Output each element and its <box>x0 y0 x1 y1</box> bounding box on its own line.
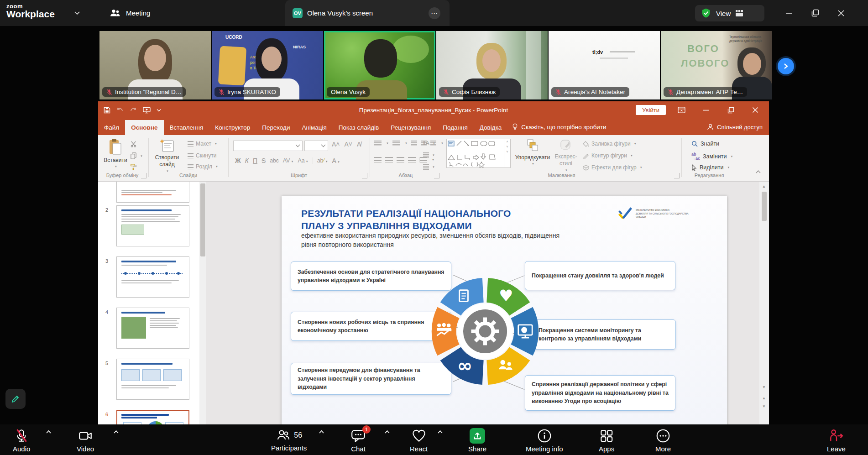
participants-options-caret[interactable] <box>319 430 324 434</box>
audio-button[interactable]: Audio <box>13 428 30 453</box>
tab-slideshow[interactable]: Показ слайдів <box>333 120 385 135</box>
view-control[interactable]: View <box>695 5 764 21</box>
next-participants-button[interactable] <box>778 58 794 74</box>
chat-options-caret[interactable] <box>384 430 390 434</box>
change-case-button[interactable]: Aa▼ <box>298 157 308 164</box>
new-slide-button[interactable]: Створити слайд▼ <box>152 139 182 173</box>
select-button[interactable]: Виділити▼ <box>691 164 730 171</box>
save-icon[interactable] <box>104 107 110 114</box>
font-name-select[interactable] <box>233 141 303 151</box>
next-slide-icon[interactable]: ▼ <box>760 403 768 410</box>
tab-view[interactable]: Подання <box>437 120 474 135</box>
thumbnail-slide-3[interactable] <box>116 256 189 298</box>
annotation-pencil-button[interactable] <box>5 389 26 409</box>
ppt-restore-button[interactable] <box>722 101 740 119</box>
tell-me-box[interactable]: Скажіть, що потрібно зробити <box>507 119 611 135</box>
char-spacing-button[interactable]: AV▼ <box>283 157 294 164</box>
audio-options-caret[interactable] <box>46 430 52 434</box>
video-tile-iryna[interactable]: UCORD NIRAS Агенці регіона в Терноп Iryn… <box>212 31 323 99</box>
tab-home[interactable]: Основне <box>125 120 163 135</box>
format-painter-icon[interactable] <box>130 163 137 170</box>
security-shield-icon[interactable] <box>701 7 711 19</box>
tab-transitions[interactable]: Переходи <box>256 120 296 135</box>
chat-button[interactable]: 1 Chat <box>350 428 366 453</box>
window-minimize-button[interactable] <box>779 0 800 26</box>
leave-button[interactable]: Leave <box>827 428 846 453</box>
thumbnail-slide-2[interactable] <box>116 205 189 246</box>
font-size-select[interactable] <box>304 141 328 151</box>
previous-slide-icon[interactable]: ▲ <box>760 394 768 402</box>
quick-styles-button[interactable]: Експрес-стилі▼ <box>553 139 579 172</box>
tab-file[interactable]: Файл <box>98 120 125 135</box>
replace-button[interactable]: ab→acЗамінити▼ <box>691 152 733 161</box>
video-tile-ai-notetaker[interactable]: tl;dv Агенція's AI Notetaker <box>549 31 660 99</box>
shape-effects-button[interactable]: Ефекти для фігур▼ <box>583 164 643 171</box>
text-direction-icon[interactable]: ‖A▼ <box>423 140 435 146</box>
clear-format-icon[interactable]: A̸ <box>357 141 361 148</box>
bullets-icon[interactable] <box>374 141 382 146</box>
layout-button[interactable]: Макет▼ <box>188 141 217 147</box>
tab-help[interactable]: Довідка <box>474 120 508 135</box>
tab-insert[interactable]: Вставлення <box>164 120 209 135</box>
customize-qat-chevron-icon[interactable] <box>157 109 161 112</box>
smartart-convert-icon[interactable]: ▼ <box>423 164 435 170</box>
tab-shared-screen[interactable]: OV Olena Vusyk's screen ⋯ <box>285 0 450 26</box>
numbering-icon[interactable] <box>392 141 400 146</box>
cut-icon[interactable] <box>130 141 137 147</box>
underline-button[interactable]: П <box>253 157 257 164</box>
thumbnail-slide-6-selected[interactable] <box>116 410 189 424</box>
participants-button[interactable]: 56 Participants <box>271 428 307 452</box>
thumbnail-scrollbar[interactable] <box>199 182 206 424</box>
video-tile-department[interactable]: Тернопільська обласна державна адміністр… <box>661 31 772 99</box>
thumbnail-slide-1[interactable] <box>116 182 189 203</box>
ribbon-display-options-button[interactable] <box>672 101 690 119</box>
shape-outline-button[interactable]: Контур фігури▼ <box>583 152 633 159</box>
align-right-icon[interactable] <box>397 157 404 162</box>
react-options-caret[interactable] <box>437 430 443 434</box>
paste-button[interactable]: Вставити▼ <box>103 139 128 168</box>
paragraph-dialog-launcher-icon[interactable] <box>434 173 439 178</box>
align-left-icon[interactable] <box>374 157 382 162</box>
collapse-ribbon-icon[interactable] <box>755 170 761 174</box>
ppt-close-button[interactable] <box>746 101 764 119</box>
video-tile-institution[interactable]: Institution ”Regional D… <box>99 31 211 99</box>
thumbnail-slide-5[interactable] <box>116 359 189 400</box>
tab-review[interactable]: Рецензування <box>385 120 437 135</box>
workspace-chevron-down-icon[interactable] <box>74 11 80 15</box>
shapes-scroll[interactable]: ˄˅˅ <box>504 139 511 168</box>
thumbnail-slide-4[interactable] <box>116 308 189 349</box>
font-color-button[interactable]: А▼ <box>332 157 340 164</box>
font-dialog-launcher-icon[interactable] <box>362 173 367 178</box>
tab-design[interactable]: Конструктор <box>209 120 256 135</box>
more-button[interactable]: More <box>655 428 671 453</box>
slide-canvas[interactable]: РЕЗУЛЬТАТИ РЕАЛІЗАЦІЇ НАЦІОНАЛЬНОГО ПЛАН… <box>282 196 727 424</box>
scroll-up-icon[interactable]: ▲ <box>760 183 768 190</box>
tab-more-options-icon[interactable]: ⋯ <box>429 7 440 19</box>
bold-button[interactable]: Ж <box>235 157 241 164</box>
redo-icon[interactable] <box>130 107 137 113</box>
scroll-down-icon[interactable]: ▼ <box>760 383 768 391</box>
shape-fill-button[interactable]: Заливка фігури▼ <box>583 141 637 147</box>
video-tile-olena-active[interactable]: Olena Vusyk <box>324 31 435 99</box>
sign-in-button[interactable]: Увійти <box>636 105 666 115</box>
grow-shrink-font[interactable]: A˄A˅A̸ <box>332 141 361 148</box>
start-slideshow-icon[interactable] <box>143 107 151 114</box>
undo-icon[interactable] <box>116 107 124 113</box>
meeting-info-button[interactable]: Meeting info <box>526 428 563 453</box>
section-button[interactable]: Розділ▼ <box>188 163 218 170</box>
tab-animations[interactable]: Анімація <box>296 120 333 135</box>
video-button[interactable]: Video <box>77 428 94 453</box>
copy-icon[interactable]: ▼ <box>130 152 143 159</box>
video-tile-sofiia[interactable]: Софія Близнюк <box>436 31 548 99</box>
highlight-button[interactable]: ab⁄▼ <box>313 157 328 164</box>
window-restore-button[interactable] <box>805 0 826 26</box>
ppt-minimize-button[interactable] <box>697 101 715 119</box>
align-text-icon[interactable]: ▼ <box>423 152 435 158</box>
window-close-button[interactable] <box>831 0 852 26</box>
decrease-indent-icon[interactable] <box>411 141 417 146</box>
slide-scrollbar[interactable]: ▲ ▼ ▲ ▼ <box>759 182 769 424</box>
share-screen-button[interactable]: Share <box>468 428 486 453</box>
drawing-dialog-launcher-icon[interactable] <box>674 173 680 178</box>
justify-icon[interactable] <box>408 157 416 162</box>
tab-meeting[interactable]: Meeting <box>110 0 150 26</box>
